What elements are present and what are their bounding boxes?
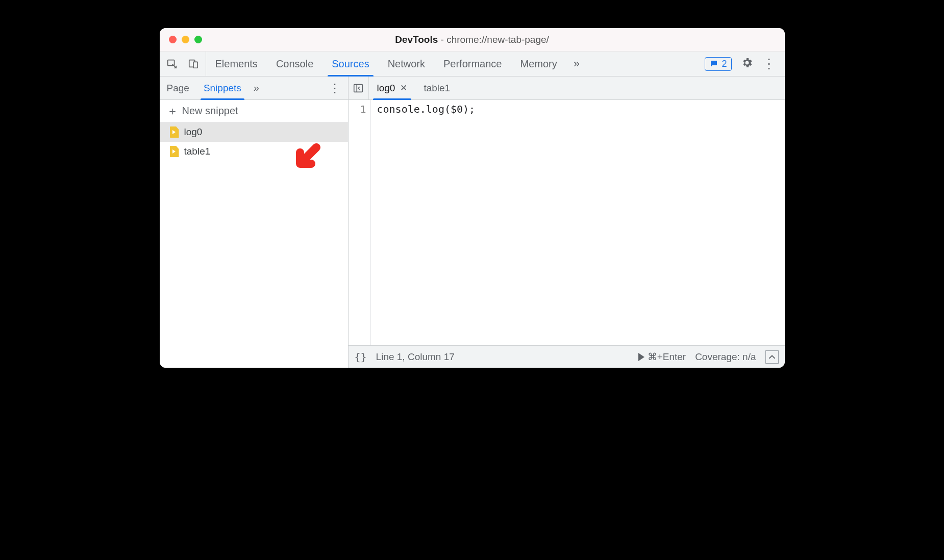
editor-tab-log0[interactable]: log0 ✕	[369, 77, 416, 99]
editor-tab-label: log0	[377, 83, 395, 94]
window-title-app: DevTools	[395, 34, 438, 45]
snippet-list: log0 table1	[160, 122, 348, 368]
snippet-file-icon	[170, 146, 179, 157]
line-gutter: 1	[349, 100, 371, 345]
editor-tab-label: table1	[424, 83, 450, 94]
svg-rect-2	[193, 62, 197, 68]
navigator-tabs: Page Snippets » ⋮	[160, 77, 348, 100]
close-tab-icon[interactable]: ✕	[400, 83, 407, 93]
navigator-overflow-icon[interactable]: »	[249, 77, 264, 99]
panel-tabs: Elements Console Sources Network Perform…	[206, 52, 697, 76]
main-toolbar: Elements Console Sources Network Perform…	[160, 52, 785, 77]
new-snippet-button[interactable]: ＋ New snippet	[160, 100, 348, 122]
tab-sources[interactable]: Sources	[322, 52, 378, 76]
messages-count: 2	[722, 59, 727, 69]
snippet-item-log0[interactable]: log0	[160, 122, 348, 142]
navigator-kebab-icon[interactable]: ⋮	[321, 77, 348, 99]
editor-tab-table1[interactable]: table1	[415, 77, 458, 99]
run-snippet-button[interactable]: ⌘+Enter	[638, 351, 686, 363]
snippet-file-icon	[170, 126, 179, 138]
snippet-item-table1[interactable]: table1	[160, 142, 348, 161]
navigator-sidebar: Page Snippets » ⋮ ＋ New snippet log0 tab…	[160, 77, 349, 368]
line-number: 1	[349, 103, 366, 115]
pretty-print-icon[interactable]: {}	[355, 351, 367, 363]
snippet-item-label: log0	[184, 126, 203, 138]
code-editor[interactable]: 1 console.log($0);	[349, 100, 785, 345]
window-controls	[160, 36, 202, 43]
window-title: DevTools - chrome://new-tab-page/	[160, 34, 785, 45]
settings-gear-icon[interactable]	[741, 57, 753, 71]
navigator-tab-page[interactable]: Page	[160, 77, 196, 99]
show-navigator-icon[interactable]	[349, 77, 369, 99]
device-toggle-icon[interactable]	[186, 57, 201, 71]
close-window-button[interactable]	[169, 36, 177, 43]
maximize-window-button[interactable]	[194, 36, 202, 43]
snippet-item-label: table1	[184, 146, 211, 157]
run-shortcut-label: ⌘+Enter	[648, 351, 686, 363]
coverage-label: Coverage: n/a	[695, 351, 756, 363]
editor-pane: log0 ✕ table1 1 console.log($0); {} Line…	[349, 77, 785, 368]
play-icon	[638, 353, 644, 361]
toolbar-left	[160, 52, 206, 76]
tab-console[interactable]: Console	[267, 52, 322, 76]
tabs-overflow-icon[interactable]: »	[566, 52, 587, 76]
editor-tabs: log0 ✕ table1	[349, 77, 785, 100]
tab-elements[interactable]: Elements	[206, 52, 267, 76]
messages-badge[interactable]: 2	[705, 57, 731, 71]
cursor-position: Line 1, Column 17	[376, 351, 455, 363]
devtools-window: DevTools - chrome://new-tab-page/ Elemen…	[160, 28, 785, 368]
navigator-tab-snippets[interactable]: Snippets	[196, 77, 249, 99]
toolbar-right: 2 ⋮	[697, 52, 784, 76]
titlebar: DevTools - chrome://new-tab-page/	[160, 28, 785, 52]
window-title-url: chrome://new-tab-page/	[446, 34, 549, 45]
panel-body: Page Snippets » ⋮ ＋ New snippet log0 tab…	[160, 77, 785, 368]
editor-statusbar: {} Line 1, Column 17 ⌘+Enter Coverage: n…	[349, 345, 785, 368]
new-snippet-label: New snippet	[182, 105, 238, 117]
inspect-element-icon[interactable]	[165, 57, 179, 71]
tab-performance[interactable]: Performance	[434, 52, 511, 76]
plus-icon: ＋	[167, 104, 178, 119]
kebab-menu-icon[interactable]: ⋮	[762, 56, 777, 72]
show-drawer-icon[interactable]	[765, 350, 779, 364]
minimize-window-button[interactable]	[182, 36, 189, 43]
tab-memory[interactable]: Memory	[511, 52, 566, 76]
code-content[interactable]: console.log($0);	[371, 100, 482, 345]
tab-network[interactable]: Network	[379, 52, 434, 76]
